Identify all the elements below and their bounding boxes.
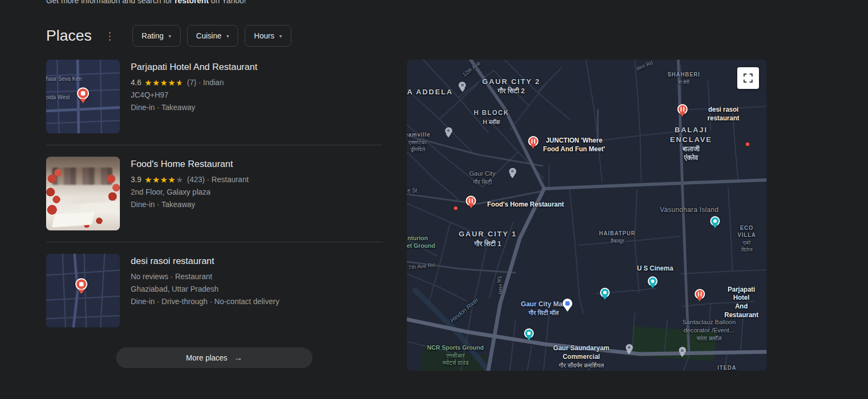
map-label: HAIBATPURहैबतपुर: [599, 230, 635, 244]
map-label: ITEDA: [718, 364, 737, 371]
filter-cuisine-label: Cuisine: [196, 31, 222, 40]
filter-hours-button[interactable]: Hours ▾: [245, 25, 291, 47]
map-label: BALAJI ENCLAVEबालाजी एंक्लेव: [653, 125, 729, 163]
rating-value: 4.6: [131, 78, 141, 87]
chevron-down-icon: ▾: [279, 33, 282, 39]
stars-filled: ★★★★★: [144, 79, 180, 87]
listing-services: Dine-in · Takeaway: [131, 103, 257, 112]
map-pin-blue[interactable]: [563, 299, 572, 308]
map-pin-gray[interactable]: [459, 81, 466, 88]
red-map-pin: [77, 87, 89, 99]
map-label: NCR Sports Groundएनसीआर स्पोर्ट्स ग्राउं…: [427, 344, 484, 367]
map-pin-gray[interactable]: [626, 344, 633, 351]
listing-rating-line: 3.9 ★★★★★ ★★★★★ (423) · Restaurant: [131, 175, 248, 184]
places-listings: dhaar Seva Ken Noida West Parjapati Hote…: [46, 60, 382, 339]
more-places-button[interactable]: More places →: [116, 347, 312, 368]
listing-address: JC4Q+H97: [131, 91, 257, 99]
more-options-icon[interactable]: ⋮: [101, 29, 118, 43]
map-pin-gray[interactable]: [509, 168, 516, 175]
map-pin-gray[interactable]: [445, 127, 452, 134]
map-label: Parjapati Hotel And Restaurant: [724, 286, 758, 319]
listing-desi-rasoi[interactable]: desi rasoi restaurant No reviews · Resta…: [46, 242, 382, 339]
fullscreen-button[interactable]: [737, 67, 759, 89]
listing-photo-thumbnail[interactable]: [46, 157, 120, 230]
places-title: Places: [46, 27, 92, 44]
thumbnail-label: dhaar Seva Ken: [46, 76, 82, 82]
map-pin-dot: [454, 207, 458, 210]
reviews-and-category: No reviews · Restaurant: [131, 272, 212, 281]
map-pin-gray[interactable]: [679, 347, 686, 354]
map-label: Hindon River: [449, 296, 480, 324]
filter-hours-label: Hours: [254, 31, 274, 40]
listing-services: Dine-in · Drive-through · No-contact del…: [131, 297, 279, 306]
map-pin-teal[interactable]: [710, 216, 720, 226]
reviews-and-category: (7) · Indian: [187, 78, 224, 87]
map-pin-red[interactable]: [677, 104, 687, 114]
map-label: SHAHBERIश:बेरी: [667, 71, 700, 86]
listing-name[interactable]: desi rasoi restaurant: [131, 256, 279, 267]
map-label: 7th Ave Rd: [408, 261, 435, 271]
listing-foods-home[interactable]: Food's Home Restaurant 3.9 ★★★★★ ★★★★★ (…: [46, 145, 382, 242]
map-label: nturion cket Ground: [407, 234, 435, 249]
rating-value: 3.9: [131, 175, 141, 184]
map-pin-red[interactable]: [528, 136, 538, 146]
thumbnail-label: Noida West: [46, 94, 70, 100]
map-label: GAUR CITY 1गौर सिटी 1: [459, 229, 517, 248]
red-map-pin: [75, 278, 87, 290]
listing-address: 2nd Floor, Galaxy plaza: [131, 188, 248, 196]
map-pin-teal[interactable]: [648, 276, 658, 286]
map-pin-red[interactable]: [694, 289, 705, 299]
map-label: e St: [407, 187, 417, 194]
map-label: Gaur City Mallगौर सिटी मॉल: [521, 300, 566, 317]
map[interactable]: 12th Aveden RdGAUR CITY 2गौर सिटी 2SHAHB…: [407, 60, 767, 371]
map-label: U S Cinema: [637, 265, 673, 273]
map-label: 12th Ave: [461, 60, 482, 78]
places-panel: Places ⋮ Rating ▾ Cuisine ▾ Hours ▾: [46, 24, 382, 368]
listing-map-thumbnail[interactable]: [46, 254, 120, 327]
chevron-down-icon: ▾: [226, 33, 229, 39]
places-header: Places ⋮ Rating ▾ Cuisine ▾ Hours ▾: [46, 24, 382, 48]
map-label: eamvilleएक्सटिका ड्रीमविले: [407, 131, 431, 153]
map-pin-teal[interactable]: [600, 288, 610, 298]
map-label: GAUR CITY 2गौर सिटी 2: [482, 76, 540, 95]
listing-rating-line: No reviews · Restaurant: [131, 272, 279, 281]
map-pin-red[interactable]: [466, 196, 476, 206]
filter-rating-label: Rating: [142, 31, 163, 40]
map-label: Taj Hwy: [496, 275, 505, 295]
map-pin-teal[interactable]: [524, 329, 534, 338]
filter-cuisine-button[interactable]: Cuisine ▾: [187, 25, 239, 47]
map-label: Gaur Cityगौर सिटी: [469, 170, 496, 186]
listing-info: Food's Home Restaurant 3.9 ★★★★★ ★★★★★ (…: [131, 157, 248, 230]
listing-services: Dine-in · Takeaway: [131, 200, 248, 209]
arrow-right-icon: →: [234, 353, 242, 363]
map-label: Food's Home Restaurant: [487, 201, 564, 209]
chevron-down-icon: ▾: [169, 33, 171, 39]
map-label: Vasundhara Island: [660, 205, 718, 214]
listing-name[interactable]: Food's Home Restaurant: [131, 159, 248, 170]
map-label: IA ADDELA: [407, 87, 453, 97]
stars-filled: ★★★★★: [144, 176, 175, 184]
map-label: H BLOCKH ब्लॉक: [474, 109, 509, 126]
map-label: JUNCTION 'Where Food And Fun Meet': [543, 137, 605, 154]
map-overlay: 12th Aveden RdGAUR CITY 2गौर सिटी 2SHAHB…: [407, 60, 767, 371]
map-pin-dot: [745, 143, 749, 146]
listing-info: desi rasoi restaurant No reviews · Resta…: [131, 254, 279, 327]
map-label: den Rd: [635, 60, 654, 73]
map-label: desi rasoi restaurant: [702, 106, 745, 123]
top-note: Get more information and search for rest…: [46, 0, 246, 5]
listing-rating-line: 4.6 ★★★★★ ★★★★★ (7) · Indian: [131, 78, 257, 87]
search-results-page: Get more information and search for rest…: [0, 0, 868, 399]
map-label: ECO VILLAएको विलेज: [737, 224, 756, 253]
map-label: Santaclauz Balloon decorator /Event... स…: [682, 318, 736, 343]
filter-chips: Rating ▾ Cuisine ▾ Hours ▾: [132, 25, 291, 47]
listing-parjapati[interactable]: dhaar Seva Ken Noida West Parjapati Hote…: [46, 60, 382, 145]
listing-name[interactable]: Parjapati Hotel And Restaurant: [131, 62, 257, 73]
filter-rating-button[interactable]: Rating ▾: [132, 25, 181, 47]
listing-map-thumbnail[interactable]: dhaar Seva Ken Noida West: [46, 60, 120, 133]
top-note-query: restorent: [175, 0, 209, 5]
top-note-prefix: Get more information and search for: [46, 0, 175, 5]
fullscreen-icon: [742, 72, 754, 84]
more-places-label: More places: [186, 353, 227, 362]
star-rating-icons: ★★★★★ ★★★★★: [144, 176, 183, 184]
top-note-suffix: on Yahoo!: [209, 0, 246, 5]
